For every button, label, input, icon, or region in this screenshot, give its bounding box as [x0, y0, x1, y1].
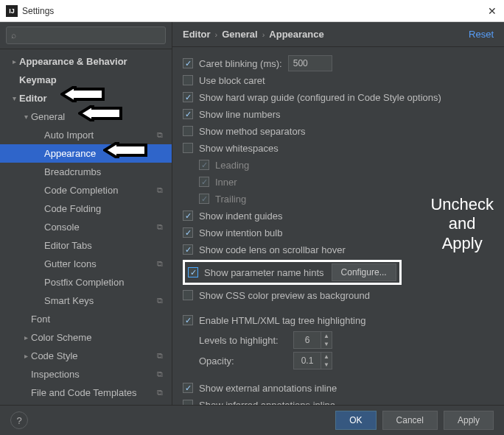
sidebar-item-console[interactable]: Console⧉	[0, 218, 172, 236]
highlight-param-hints: Show parameter name hints Configure...	[183, 260, 402, 285]
sidebar-item-label: Console	[44, 222, 155, 233]
sidebar: ⌕ ▸Appearance & BehaviorKeymap▾Editor▾Ge…	[0, 22, 172, 405]
checkbox-intention-bulb[interactable]	[183, 227, 193, 238]
label-opacity: Opacity:	[199, 356, 287, 367]
scope-icon: ⧉	[157, 388, 167, 398]
label-whitespaces: Show whitespaces	[199, 143, 279, 154]
checkbox-ws-inner[interactable]	[199, 177, 209, 187]
sidebar-item-inspections[interactable]: Inspections⧉	[0, 365, 172, 383]
checkbox-caret-blinking[interactable]	[183, 58, 193, 68]
arrow-icon	[103, 142, 147, 158]
checkbox-whitespaces[interactable]	[183, 143, 193, 153]
chevron-icon: ▾	[10, 94, 18, 102]
spinner-opacity[interactable]: 0.1▲▼	[293, 352, 332, 369]
checkbox-code-lens[interactable]	[183, 244, 193, 255]
cancel-button[interactable]: Cancel	[382, 411, 438, 430]
window-title: Settings	[22, 6, 486, 16]
chevron-icon: ▾	[22, 113, 29, 121]
sidebar-item-code-completion[interactable]: Code Completion⧉	[0, 181, 172, 199]
sidebar-item-label: Gutter Icons	[44, 258, 155, 269]
apply-button[interactable]: Apply	[444, 411, 494, 430]
search-input[interactable]	[19, 30, 161, 40]
sidebar-item-label: Postfix Completion	[44, 277, 155, 288]
sidebar-item-file-encodings[interactable]: File Encodings⧉	[0, 402, 172, 405]
scope-icon: ⧉	[157, 369, 167, 380]
sidebar-item-label: Appearance & Behavior	[19, 56, 155, 67]
chevron-right-icon: ›	[262, 30, 265, 39]
sidebar-item-file-and-code-templates[interactable]: File and Code Templates⧉	[0, 383, 172, 402]
label-intention-bulb: Show intention bulb	[199, 227, 282, 238]
sidebar-item-label: Inspections	[31, 369, 155, 380]
spinner-levels[interactable]: 6▲▼	[293, 331, 332, 349]
checkbox-ws-trailing[interactable]	[199, 194, 209, 204]
label-css-preview: Show CSS color preview as background	[199, 290, 370, 301]
annotation-text: Uncheck and Apply	[430, 195, 494, 253]
label-caret-blinking: Caret blinking (ms):	[199, 58, 282, 69]
arrow-icon	[60, 86, 105, 102]
sidebar-item-editor-tabs[interactable]: Editor Tabs	[0, 236, 172, 255]
sidebar-item-label: Smart Keys	[44, 295, 155, 306]
search-box[interactable]: ⌕	[6, 26, 166, 44]
sidebar-item-label: File and Code Templates	[31, 387, 155, 398]
chevron-up-icon[interactable]: ▲	[321, 353, 332, 361]
label-param-hints: Show parameter name hints	[204, 267, 324, 278]
label-ws-inner: Inner	[215, 177, 237, 188]
sidebar-item-gutter-icons[interactable]: Gutter Icons⧉	[0, 255, 172, 273]
sidebar-item-label: Font	[31, 314, 155, 325]
checkbox-indent-guides[interactable]	[183, 211, 193, 221]
sidebar-item-label: Keymap	[19, 74, 155, 85]
sidebar-item-breadcrumbs[interactable]: Breadcrumbs	[0, 163, 172, 181]
sidebar-item-label: Code Style	[31, 350, 155, 361]
app-icon: IJ	[6, 5, 18, 17]
sidebar-item-label: Breadcrumbs	[44, 166, 155, 177]
sidebar-item-appearance-behavior[interactable]: ▸Appearance & Behavior	[0, 52, 172, 71]
checkbox-method-separators[interactable]	[183, 126, 193, 136]
scope-icon: ⧉	[157, 296, 167, 306]
checkbox-inferred-annotations[interactable]	[183, 400, 193, 405]
reset-link[interactable]: Reset	[469, 29, 494, 40]
sidebar-item-label: Auto Import	[44, 130, 155, 141]
label-ws-trailing: Trailing	[215, 194, 246, 205]
label-block-caret: Use block caret	[199, 75, 265, 86]
footer: ? OK Cancel Apply	[0, 405, 504, 435]
label-line-numbers: Show line numbers	[199, 109, 281, 120]
input-caret-ms[interactable]	[288, 55, 332, 71]
sidebar-item-font[interactable]: Font	[0, 310, 172, 328]
breadcrumb-appearance: Appearance	[269, 29, 323, 40]
label-inferred-annotations: Show inferred annotations inline	[199, 400, 335, 406]
label-hard-wrap: Show hard wrap guide (configured in Code…	[199, 92, 441, 103]
close-icon[interactable]: ✕	[486, 5, 498, 17]
checkbox-external-annotations[interactable]	[183, 383, 193, 393]
checkbox-html-tree[interactable]	[183, 315, 193, 325]
sidebar-item-postfix-completion[interactable]: Postfix Completion	[0, 273, 172, 291]
breadcrumb-editor[interactable]: Editor	[183, 29, 211, 40]
label-html-tree: Enable HTML/XML tag tree highlighting	[199, 315, 365, 326]
sidebar-item-label: Code Completion	[44, 185, 155, 196]
label-ws-leading: Leading	[215, 160, 249, 171]
checkbox-css-preview[interactable]	[183, 290, 193, 300]
sidebar-item-label: Code Folding	[44, 203, 155, 214]
sidebar-item-code-style[interactable]: ▸Code Style⧉	[0, 347, 172, 365]
sidebar-item-label: Color Scheme	[31, 332, 155, 343]
checkbox-block-caret[interactable]	[183, 75, 193, 85]
sidebar-item-smart-keys[interactable]: Smart Keys⧉	[0, 291, 172, 310]
checkbox-param-hints[interactable]	[188, 267, 198, 277]
configure-button[interactable]: Configure...	[332, 264, 396, 281]
breadcrumb-general[interactable]: General	[222, 29, 257, 40]
label-method-separators: Show method separators	[199, 126, 306, 137]
scope-icon: ⧉	[157, 351, 167, 361]
arrow-icon	[78, 105, 122, 121]
sidebar-item-color-scheme[interactable]: ▸Color Scheme	[0, 328, 172, 347]
help-button[interactable]: ?	[10, 411, 28, 429]
chevron-up-icon[interactable]: ▲	[321, 332, 332, 340]
chevron-down-icon[interactable]: ▼	[321, 361, 332, 369]
checkbox-ws-leading[interactable]	[199, 160, 209, 170]
ok-button[interactable]: OK	[335, 411, 376, 430]
content-panel: Editor › General › Appearance Reset Care…	[172, 22, 504, 405]
label-levels: Levels to highlight:	[199, 335, 287, 346]
checkbox-hard-wrap[interactable]	[183, 92, 193, 102]
chevron-down-icon[interactable]: ▼	[321, 340, 332, 348]
breadcrumb: Editor › General › Appearance Reset	[172, 22, 504, 47]
checkbox-line-numbers[interactable]	[183, 109, 193, 119]
sidebar-item-code-folding[interactable]: Code Folding	[0, 199, 172, 218]
